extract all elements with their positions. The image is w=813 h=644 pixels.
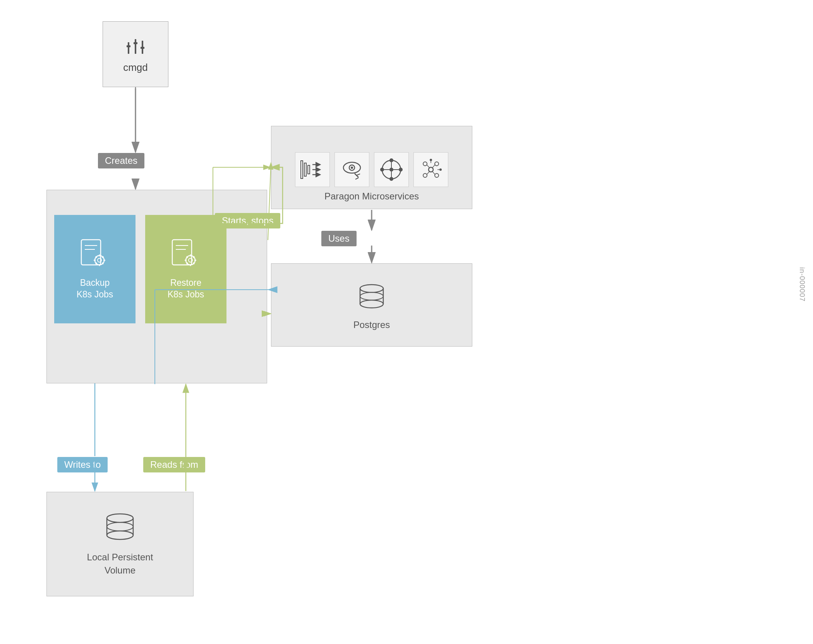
svg-point-48 [389,177,393,181]
backup-label: BackupK8s Jobs [77,277,113,301]
cmgd-label: cmgd [123,62,148,74]
svg-line-43 [355,178,358,179]
svg-point-73 [107,514,133,522]
uses-label: Uses [321,231,357,246]
paragon-icons [295,152,448,187]
cmgd-box: cmgd [103,21,168,87]
svg-point-56 [423,173,427,177]
svg-rect-2 [135,39,136,54]
svg-point-46 [399,168,403,172]
svg-point-72 [360,300,383,308]
svg-rect-5 [141,47,144,49]
svg-point-49 [389,168,393,172]
creates-label: Creates [98,153,144,168]
paragon-label: Paragon Microservices [324,191,419,202]
ai-icon [417,156,444,183]
diagram-container: cmgd Creates BackupK8s Jobs [0,0,813,644]
network-icon [378,156,405,183]
svg-point-45 [389,158,393,162]
svg-line-61 [427,172,429,175]
backup-jobs-box: BackupK8s Jobs [54,215,136,323]
restore-icon [170,238,201,273]
svg-line-85 [268,163,271,240]
backup-icon [79,238,110,273]
svg-line-62 [432,172,435,175]
restore-label: RestoreK8s Jobs [168,277,204,301]
paragon-icon-1 [295,152,330,187]
ref-label: in-000007 [798,267,806,302]
svg-point-57 [435,173,439,177]
starts-stops-label: Starts, stops [215,213,280,228]
lpv-box: Local PersistentVolume [46,492,194,596]
svg-point-78 [107,531,133,539]
svg-rect-1 [127,45,130,47]
svg-point-47 [380,168,384,172]
svg-line-42 [356,174,360,175]
svg-rect-32 [301,161,303,179]
cmgd-icon [124,35,147,58]
postgres-icon [354,280,389,315]
svg-line-60 [432,165,435,168]
svg-point-77 [107,522,133,531]
lpv-label: Local PersistentVolume [87,551,153,577]
svg-point-63 [430,159,432,161]
svg-point-64 [439,168,442,171]
svg-point-58 [429,167,433,172]
filter-icon [299,156,326,183]
eye-icon [338,156,365,183]
paragon-icon-3 [374,152,409,187]
postgres-label: Postgres [353,319,390,330]
writes-to-label: Writes to [57,457,108,472]
reads-from-label: Reads from [143,457,205,472]
lpv-icon [101,511,139,546]
svg-point-54 [423,162,427,166]
restore-jobs-box: RestoreK8s Jobs [145,215,226,323]
svg-point-71 [360,292,383,300]
svg-point-67 [360,285,383,292]
paragon-icon-4 [413,152,448,187]
paragon-icon-2 [334,152,369,187]
svg-rect-33 [304,163,306,176]
svg-rect-3 [134,42,137,44]
svg-point-40 [351,167,353,169]
svg-rect-34 [308,165,310,174]
svg-point-55 [435,162,439,166]
postgres-box: Postgres [271,263,472,347]
svg-line-59 [427,165,429,168]
paragon-box: Paragon Microservices [271,126,472,209]
svg-rect-0 [128,42,129,54]
